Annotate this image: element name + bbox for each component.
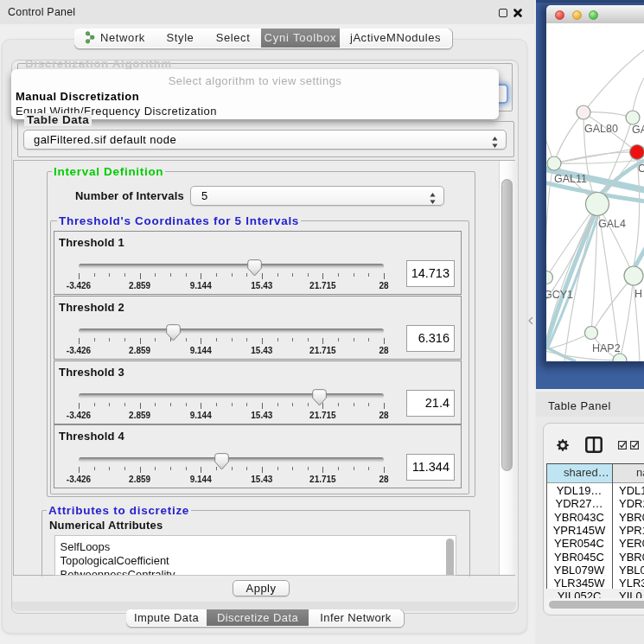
svg-text:GAL80: GAL80 <box>584 123 618 135</box>
svg-text:GAL4: GAL4 <box>598 218 626 230</box>
svg-text:GAL11: GAL11 <box>554 173 587 185</box>
svg-text:HAP2: HAP2 <box>592 342 621 354</box>
svg-text:H: H <box>634 288 642 300</box>
svg-text:C: C <box>638 163 644 175</box>
svg-text:GCY1: GCY1 <box>546 289 573 301</box>
svg-text:GA: GA <box>632 124 644 136</box>
